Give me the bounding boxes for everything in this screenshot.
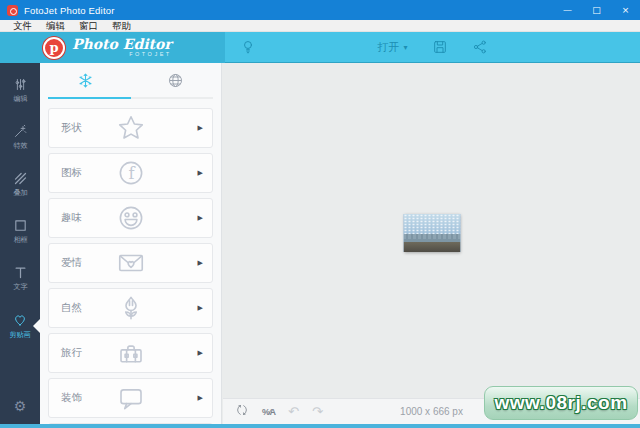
watermark: www.08rj.com	[484, 386, 638, 420]
sidebar-item-label: 文字	[13, 282, 27, 292]
category-label: 装饰	[61, 391, 82, 405]
app-icon	[7, 5, 18, 16]
save-button[interactable]	[432, 39, 448, 55]
menu-item-help[interactable]: 帮助	[105, 20, 138, 32]
tab-cliparts[interactable]	[40, 63, 131, 97]
star-icon	[116, 113, 146, 143]
tab-online[interactable]	[131, 63, 222, 97]
svg-text:f: f	[128, 164, 135, 183]
sidebar-item-edit[interactable]: 编辑	[0, 67, 40, 114]
chevron-right-icon: ▶	[198, 304, 203, 312]
image-sky	[403, 214, 460, 234]
brand-name: Photo Editor	[72, 37, 172, 51]
category-label: 趣味	[61, 211, 82, 225]
facebook-icon: f	[116, 158, 146, 188]
tab-indicator	[48, 97, 213, 99]
sidebar-item-label: 相框	[13, 235, 27, 245]
love-letter-icon	[115, 248, 147, 278]
sidebar-item-text[interactable]: 文字	[0, 255, 40, 302]
window-titlebar: FotoJet Photo Editor — □ ×	[0, 0, 640, 20]
speech-bubble-icon	[116, 383, 146, 413]
sidebar-item-clipart[interactable]: 剪贴画	[0, 302, 40, 349]
open-button[interactable]: 打开 ▾	[377, 40, 407, 55]
gear-icon: ⚙	[14, 398, 27, 414]
menu-item-edit[interactable]: 编辑	[39, 20, 72, 32]
maximize-button[interactable]: □	[582, 0, 611, 20]
suitcase-icon	[115, 338, 147, 368]
globe-icon	[167, 72, 184, 89]
sliders-icon	[13, 77, 28, 92]
brand-bar: p Photo Editor FOTOJET	[0, 32, 225, 63]
magic-wand-icon	[13, 124, 28, 139]
canvas-image[interactable]	[403, 214, 460, 252]
category-item-shapes[interactable]: 形状 ▶	[48, 108, 213, 148]
chevron-right-icon: ▶	[198, 169, 203, 177]
sidebar: 编辑 特效 叠加 相框 文字	[0, 63, 40, 424]
overlay-icon	[13, 171, 28, 186]
image-ground	[403, 242, 460, 252]
menu-item-window[interactable]: 窗口	[72, 20, 105, 32]
snowflake-icon	[77, 72, 94, 89]
sidebar-item-effects[interactable]: 特效	[0, 114, 40, 161]
frame-icon	[13, 218, 28, 233]
chevron-right-icon: ▶	[198, 124, 203, 132]
category-label: 图标	[61, 166, 82, 180]
category-item-fun[interactable]: 趣味 ▶	[48, 198, 213, 238]
smiley-icon	[116, 203, 146, 233]
caret-down-icon: ▾	[403, 43, 407, 52]
heart-icon	[12, 312, 28, 328]
save-icon	[432, 39, 448, 55]
sidebar-item-frame[interactable]: 相框	[0, 208, 40, 255]
menu-item-file[interactable]: 文件	[6, 20, 39, 32]
category-list: 形状 ▶ 图标 f ▶ 趣味 ▶	[40, 99, 221, 424]
window-bottom-border	[0, 424, 640, 428]
chevron-right-icon: ▶	[198, 214, 203, 222]
window-title: FotoJet Photo Editor	[24, 5, 115, 16]
share-icon	[472, 39, 488, 55]
category-label: 旅行	[61, 346, 82, 360]
text-icon	[13, 265, 28, 280]
sidebar-item-label: 编辑	[13, 94, 27, 104]
menu-bar: 文件 编辑 窗口 帮助	[0, 20, 640, 32]
category-label: 自然	[61, 301, 82, 315]
app-window: FotoJet Photo Editor — □ × 文件 编辑 窗口 帮助 p…	[0, 0, 640, 428]
clipart-panel: 形状 ▶ 图标 f ▶ 趣味 ▶	[40, 63, 222, 424]
category-item-love[interactable]: 爱情 ▶	[48, 243, 213, 283]
photo-editor-wordmark: Photo Editor FOTOJET	[72, 37, 172, 58]
sidebar-item-overlay[interactable]: 叠加	[0, 161, 40, 208]
flower-icon	[116, 293, 146, 323]
chevron-right-icon: ▶	[198, 349, 203, 357]
fotojet-logo-icon: p	[43, 37, 65, 59]
canvas-area[interactable]: %⁄A ↶ ↷ 1000 x 666 px	[223, 63, 640, 424]
active-panel-notch	[33, 319, 40, 333]
panel-tabs	[40, 63, 221, 97]
settings-button[interactable]: ⚙	[0, 398, 40, 414]
category-item-decoration[interactable]: 装饰 ▶	[48, 378, 213, 418]
brand-subtitle: FOTOJET	[72, 52, 172, 58]
close-button[interactable]: ×	[611, 0, 640, 20]
category-item-icons[interactable]: 图标 f ▶	[48, 153, 213, 193]
category-label: 爱情	[61, 256, 82, 270]
open-label: 打开	[377, 40, 399, 55]
chevron-right-icon: ▶	[198, 259, 203, 267]
sidebar-item-label: 特效	[13, 141, 27, 151]
category-label: 形状	[61, 121, 82, 135]
category-item-nature[interactable]: 自然 ▶	[48, 288, 213, 328]
top-toolbar: 打开 ▾	[225, 32, 640, 63]
sidebar-item-label: 剪贴画	[9, 330, 30, 340]
share-button[interactable]	[472, 39, 488, 55]
chevron-right-icon: ▶	[198, 394, 203, 402]
sidebar-item-label: 叠加	[13, 188, 27, 198]
category-item-travel[interactable]: 旅行 ▶	[48, 333, 213, 373]
minimize-button[interactable]: —	[553, 0, 582, 20]
